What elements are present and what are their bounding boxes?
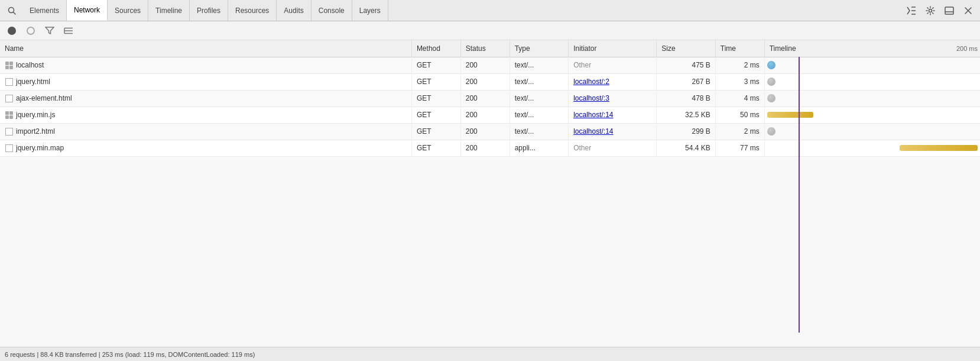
cell-time: 2 ms	[715, 123, 764, 140]
gray-circle-indicator	[767, 127, 775, 136]
col-header-timeline[interactable]: Timeline 200 ms	[764, 40, 980, 57]
status-bar: 6 requests | 88.4 KB transferred | 253 m…	[0, 347, 980, 361]
file-grid-icon	[5, 61, 13, 69]
cell-method: GET	[411, 90, 460, 107]
tab-console[interactable]: Console	[311, 0, 352, 21]
filter-button[interactable]	[43, 24, 57, 38]
col-header-type[interactable]: Type	[510, 40, 568, 57]
table-row[interactable]: jquery.htmlGET200text/...localhost/:2267…	[0, 73, 980, 90]
cell-status: 200	[460, 90, 510, 107]
toolbar-right-actions	[903, 2, 976, 19]
timeline-indicator	[767, 143, 978, 153]
cell-timeline	[764, 107, 980, 123]
cell-initiator[interactable]: localhost/:2	[569, 73, 657, 90]
timeline-indicator	[767, 60, 978, 70]
cell-method: GET	[411, 73, 460, 90]
blue-circle-indicator	[767, 61, 775, 69]
cell-size: 475 B	[657, 57, 715, 73]
gray-circle-indicator	[767, 78, 775, 86]
tab-resources[interactable]: Resources	[228, 0, 277, 21]
network-table-container: Name Method Status Type Initiator Size T…	[0, 40, 980, 347]
table-row[interactable]: localhostGET200text/...Other475 B2 ms	[0, 57, 980, 73]
col-header-status[interactable]: Status	[460, 40, 510, 57]
col-header-initiator[interactable]: Initiator	[569, 40, 657, 57]
cell-method: GET	[411, 107, 460, 123]
cell-type: appli...	[510, 140, 568, 156]
cell-method: GET	[411, 140, 460, 156]
tab-elements[interactable]: Elements	[22, 0, 67, 21]
cell-initiator: Other	[569, 57, 657, 73]
table-row[interactable]: import2.htmlGET200text/...localhost/:142…	[0, 123, 980, 140]
cell-timeline	[764, 123, 980, 140]
settings-icon[interactable]	[922, 2, 939, 19]
cell-name: localhost	[0, 57, 411, 73]
file-checkbox-icon	[5, 127, 13, 136]
devtools-toolbar: Elements Network Sources Timeline Profil…	[0, 0, 980, 21]
file-checkbox-icon	[5, 144, 13, 152]
col-header-size[interactable]: Size	[657, 40, 715, 57]
cell-status: 200	[460, 107, 510, 123]
svg-rect-6	[945, 7, 953, 14]
cell-name: jquery.min.js	[0, 107, 411, 123]
cell-time: 2 ms	[715, 57, 764, 73]
initiator-other: Other	[573, 61, 591, 69]
col-header-method[interactable]: Method	[411, 40, 460, 57]
list-view-button[interactable]	[61, 24, 76, 38]
cell-type: text/...	[510, 57, 568, 73]
file-name: import2.html	[16, 127, 55, 136]
table-header-row: Name Method Status Type Initiator Size T…	[0, 40, 980, 57]
table-row[interactable]: jquery.min.mapGET200appli...Other54.4 KB…	[0, 140, 980, 156]
initiator-link[interactable]: localhost/:3	[573, 94, 609, 102]
table-body: localhostGET200text/...Other475 B2 msjqu…	[0, 57, 980, 156]
cell-type: text/...	[510, 107, 568, 123]
cell-time: 4 ms	[715, 90, 764, 107]
file-checkbox-icon	[5, 78, 13, 86]
record-button[interactable]	[5, 24, 19, 38]
initiator-link[interactable]: localhost/:14	[573, 111, 613, 119]
col-header-name[interactable]: Name	[0, 40, 411, 57]
file-name: jquery.html	[16, 78, 50, 86]
table-row[interactable]: jquery.min.jsGET200text/...localhost/:14…	[0, 107, 980, 123]
tab-timeline[interactable]: Timeline	[148, 0, 190, 21]
cell-initiator[interactable]: localhost/:3	[569, 90, 657, 107]
col-header-time[interactable]: Time	[715, 40, 764, 57]
dock-icon[interactable]	[941, 2, 958, 19]
cell-initiator[interactable]: localhost/:14	[569, 123, 657, 140]
initiator-link[interactable]: localhost/:14	[573, 127, 613, 136]
tab-network[interactable]: Network	[67, 0, 108, 21]
cell-type: text/...	[510, 90, 568, 107]
search-button[interactable]	[4, 2, 20, 19]
file-checkbox-icon	[5, 94, 13, 102]
file-name: ajax-element.html	[16, 94, 72, 102]
initiator-other: Other	[573, 144, 591, 152]
file-grid-icon	[5, 111, 13, 119]
table-row[interactable]: ajax-element.htmlGET200text/...localhost…	[0, 90, 980, 107]
execute-icon[interactable]	[903, 2, 920, 19]
tab-profiles[interactable]: Profiles	[190, 0, 228, 21]
timeline-indicator	[767, 127, 978, 136]
network-subtoolbar	[0, 21, 980, 40]
tab-audits[interactable]: Audits	[277, 0, 311, 21]
close-icon[interactable]	[960, 2, 976, 19]
initiator-link[interactable]: localhost/:2	[573, 78, 609, 86]
timeline-bar	[767, 112, 813, 118]
timeline-indicator	[767, 77, 978, 86]
cell-timeline	[764, 57, 980, 73]
cell-status: 200	[460, 123, 510, 140]
tab-sources[interactable]: Sources	[108, 0, 148, 21]
cell-name: import2.html	[0, 123, 411, 140]
cell-name: ajax-element.html	[0, 90, 411, 107]
cell-method: GET	[411, 123, 460, 140]
cell-size: 54.4 KB	[657, 140, 715, 156]
status-text: 6 requests | 88.4 KB transferred | 253 m…	[5, 351, 255, 358]
tab-layers[interactable]: Layers	[352, 0, 388, 21]
cell-initiator[interactable]: localhost/:14	[569, 107, 657, 123]
cell-status: 200	[460, 73, 510, 90]
file-name: jquery.min.js	[16, 111, 55, 119]
svg-line-1	[14, 12, 16, 14]
clear-button[interactable]	[24, 24, 38, 38]
timeline-indicator	[767, 94, 978, 103]
requests-table: Name Method Status Type Initiator Size T…	[0, 40, 980, 157]
file-name: jquery.min.map	[16, 144, 64, 152]
cell-size: 478 B	[657, 90, 715, 107]
